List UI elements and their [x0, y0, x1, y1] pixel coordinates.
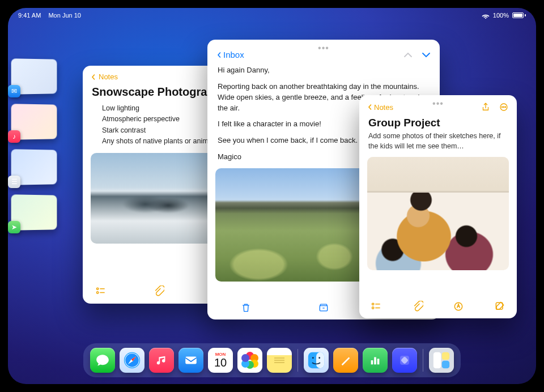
- dock-app-photos[interactable]: [237, 348, 262, 373]
- svg-point-10: [372, 303, 374, 305]
- attachment-icon[interactable]: [153, 286, 164, 297]
- dock-app-messages[interactable]: [90, 348, 115, 373]
- dock-app-shortcuts[interactable]: [392, 348, 417, 373]
- files-app-icon: ☰: [8, 176, 20, 188]
- status-date: Mon Jun 10: [48, 12, 80, 19]
- svg-rect-24: [316, 352, 324, 368]
- ipad-device: 9:41 AM Mon Jun 10 100% ✉︎ ♪ ☰ ➤ ••• Not…: [0, 0, 544, 392]
- attachment-icon[interactable]: [412, 301, 423, 312]
- calendar-day-label: 10: [214, 357, 227, 368]
- svg-point-8: [503, 106, 504, 108]
- checklist-icon[interactable]: [95, 286, 107, 297]
- status-right: 100%: [482, 12, 526, 19]
- markup-icon[interactable]: [453, 301, 464, 312]
- svg-point-0: [97, 288, 99, 289]
- dock-app-notes[interactable]: [267, 348, 292, 373]
- dock-app-pages[interactable]: [333, 348, 358, 373]
- svg-point-2: [97, 292, 99, 293]
- maps-app-icon: ➤: [8, 221, 20, 233]
- status-time: 9:41 AM: [18, 12, 41, 19]
- notes-back-button[interactable]: Notes: [367, 103, 393, 112]
- next-message-icon[interactable]: [422, 50, 431, 59]
- stage-thumb-maps[interactable]: ➤: [11, 195, 58, 230]
- battery-percent: 100%: [493, 12, 509, 19]
- stage-thumb-music[interactable]: ♪: [11, 104, 58, 139]
- status-bar: 9:41 AM Mon Jun 10 100%: [8, 10, 536, 20]
- window-menu-icon[interactable]: •••: [318, 43, 329, 53]
- notes-back-label: Notes: [99, 73, 118, 81]
- battery-icon: [512, 12, 526, 18]
- dock-separator: [423, 349, 423, 372]
- mail-greeting: Hi again Danny,: [218, 65, 430, 76]
- checklist-icon[interactable]: [371, 301, 382, 312]
- share-icon[interactable]: [481, 102, 491, 112]
- dock-app-recent[interactable]: [429, 348, 454, 373]
- dock-app-music[interactable]: [149, 348, 174, 373]
- svg-rect-32: [434, 352, 441, 368]
- svg-point-12: [372, 307, 374, 309]
- stage-thumb-mail[interactable]: ✉︎: [11, 59, 58, 94]
- chevron-left-icon: [367, 104, 373, 110]
- note-body: Add some photos of their sketches here, …: [359, 131, 517, 151]
- svg-point-25: [312, 357, 314, 359]
- dock-app-finder[interactable]: [304, 348, 329, 373]
- svg-point-9: [505, 106, 506, 108]
- wifi-icon: [482, 12, 490, 19]
- window-menu-icon[interactable]: •••: [432, 99, 444, 109]
- stage-thumb-files[interactable]: ☰: [11, 150, 58, 185]
- stage-manager-rail: ✉︎ ♪ ☰ ➤: [11, 59, 62, 230]
- mail-back-button[interactable]: Inbox: [216, 50, 244, 59]
- note-image-snowscape: [91, 153, 227, 244]
- chevron-left-icon: [216, 52, 222, 58]
- notes-toolbar: [359, 295, 517, 318]
- svg-rect-19: [185, 357, 197, 364]
- svg-rect-28: [374, 357, 376, 365]
- notes-back-label: Notes: [374, 103, 393, 112]
- compose-icon[interactable]: [494, 301, 505, 312]
- home-screen: 9:41 AM Mon Jun 10 100% ✉︎ ♪ ☰ ➤ ••• Not…: [8, 8, 536, 384]
- svg-rect-27: [371, 360, 373, 364]
- music-app-icon: ♪: [8, 130, 20, 143]
- note-image-kids: [367, 157, 509, 270]
- status-left: 9:41 AM Mon Jun 10: [18, 12, 87, 19]
- dock: MON10: [83, 343, 461, 377]
- more-icon[interactable]: [499, 102, 509, 112]
- note-title: Group Project: [359, 116, 517, 131]
- svg-point-7: [502, 106, 503, 108]
- archive-icon[interactable]: [318, 302, 329, 313]
- chevron-left-icon: [91, 74, 96, 80]
- trash-icon[interactable]: [240, 302, 252, 313]
- svg-rect-29: [377, 359, 380, 364]
- svg-rect-33: [442, 352, 449, 360]
- dock-app-mail[interactable]: [178, 348, 203, 373]
- prev-message-icon[interactable]: [403, 50, 413, 59]
- mail-app-icon: ✉︎: [8, 85, 20, 97]
- svg-point-26: [318, 357, 320, 359]
- dock-app-safari[interactable]: [120, 348, 144, 373]
- mail-back-label: Inbox: [223, 50, 244, 59]
- dock-app-numbers[interactable]: [363, 348, 388, 373]
- svg-rect-34: [442, 361, 449, 368]
- notes-window-group-project[interactable]: ••• Notes Group Project Add some photos …: [359, 95, 517, 318]
- dock-app-calendar[interactable]: MON10: [208, 348, 233, 373]
- dock-separator: [298, 349, 298, 372]
